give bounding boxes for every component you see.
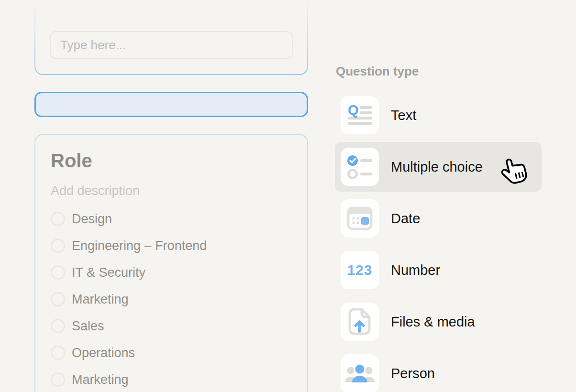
question-title[interactable]: Role — [51, 149, 292, 172]
option-label: Marketing — [72, 372, 129, 387]
option-label: Marketing — [72, 292, 129, 307]
option-row[interactable]: Marketing — [51, 366, 292, 392]
option-row[interactable]: Engineering – Frontend — [51, 232, 292, 259]
number-digits: 123 — [347, 262, 372, 278]
multiple-choice-icon — [341, 148, 379, 186]
selected-empty-block[interactable] — [34, 92, 308, 117]
question-type-heading: Question type — [336, 64, 545, 79]
option-label: Engineering – Frontend — [72, 239, 207, 253]
question-type-item-text[interactable]: Q Text — [335, 90, 542, 140]
q-letter: Q — [348, 102, 359, 118]
option-label: Design — [72, 212, 112, 227]
option-row[interactable]: Sales — [51, 313, 292, 339]
radio-icon[interactable] — [51, 372, 65, 387]
question-type-item-files-media[interactable]: Files & media — [335, 297, 542, 347]
text-answer-input[interactable] — [50, 31, 293, 59]
question-type-label: Number — [391, 262, 440, 278]
option-label: Operations — [72, 346, 135, 360]
question-type-item-date[interactable]: Date — [335, 194, 542, 243]
question-type-label: Multiple choice — [391, 159, 483, 175]
file-upload-icon — [341, 303, 379, 341]
radio-icon[interactable] — [51, 265, 65, 280]
option-row[interactable]: Design — [51, 206, 292, 232]
question-type-item-person[interactable]: Person — [335, 348, 542, 392]
option-row[interactable]: IT & Security — [51, 259, 292, 286]
form-builder-page: { "page": { "background": "#f5f4f1" }, "… — [0, 0, 576, 392]
question-type-label: Files & media — [391, 314, 475, 330]
option-row[interactable]: Marketing — [51, 286, 292, 313]
option-label: IT & Security — [72, 265, 145, 280]
radio-icon[interactable] — [51, 239, 65, 253]
radio-icon[interactable] — [51, 346, 65, 360]
radio-icon[interactable] — [51, 292, 65, 306]
number-123-icon: 123 — [341, 251, 379, 289]
question-type-label: Person — [391, 366, 435, 381]
question-type-item-multiple-choice[interactable]: Multiple choice — [335, 142, 542, 192]
role-question-card[interactable]: Role Add description Design Engineering … — [34, 134, 308, 392]
calendar-date-icon — [341, 199, 379, 238]
question-type-list: Q Text — [335, 90, 545, 392]
question-type-panel: Question type Q Text — [335, 64, 545, 392]
question-type-label: Text — [391, 108, 416, 123]
radio-icon[interactable] — [51, 212, 65, 226]
option-row[interactable]: Operations — [51, 339, 292, 366]
question-type-item-number[interactable]: 123 Number — [335, 245, 542, 295]
text-question-card[interactable] — [34, 0, 308, 75]
option-label: Sales — [72, 319, 104, 334]
radio-icon[interactable] — [51, 319, 65, 333]
text-question-icon: Q — [341, 96, 379, 134]
option-list: Design Engineering – Frontend IT & Secur… — [51, 206, 292, 392]
question-description-placeholder[interactable]: Add description — [51, 183, 292, 199]
person-group-icon — [341, 354, 379, 392]
question-type-label: Date — [391, 211, 420, 227]
